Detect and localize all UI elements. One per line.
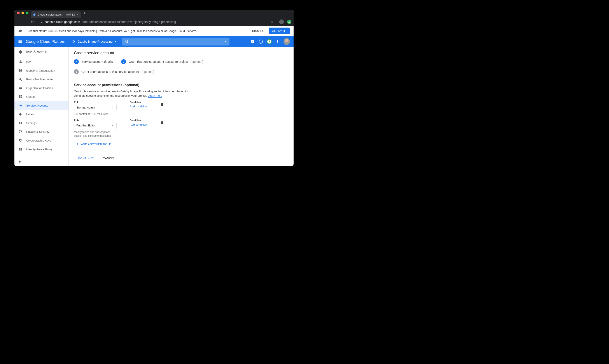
svg-point-3	[277, 41, 278, 42]
delete-role-button[interactable]	[160, 121, 164, 125]
address-bar: ← → ⟳ console.cloud.google.com/iam-admin…	[14, 18, 294, 26]
minimize-window-icon[interactable]	[21, 12, 24, 14]
dash-icon: —	[116, 60, 118, 64]
cloud-shell-icon[interactable]	[250, 39, 255, 44]
page-title: Create service account	[69, 47, 294, 58]
more-icon[interactable]	[276, 39, 280, 43]
person-add-icon	[18, 60, 22, 64]
sidebar-item-quotas[interactable]: Quotas	[14, 92, 68, 101]
trial-text: Free trial status: $300.00 credit and 27…	[27, 29, 197, 33]
step-2-optional: (optional)	[191, 60, 203, 64]
browser-tab[interactable]: Create service acco… – IAM & / ×	[31, 11, 81, 18]
permissions-description: Grant this service account access to Gat…	[74, 89, 188, 98]
delete-role-button[interactable]	[160, 103, 164, 106]
add-condition-link[interactable]: Add condition	[130, 105, 147, 108]
lock-shield-icon	[18, 139, 22, 143]
url-path: /iam-admin/serviceaccounts/create?projec…	[82, 20, 176, 24]
continue-button[interactable]: CONTINUE	[74, 155, 98, 162]
list-icon	[18, 86, 22, 90]
sidebar-item-service-accounts[interactable]: Service Accounts	[14, 101, 68, 110]
menu-icon[interactable]	[18, 39, 22, 44]
add-condition-link[interactable]: Add condition	[130, 123, 147, 126]
sidebar-item-label: Organization Policies	[26, 86, 53, 90]
key-icon	[18, 104, 22, 107]
sidebar-item-iap[interactable]: Identity-Aware Proxy	[14, 145, 68, 154]
sidebar-item-label: Labels	[26, 113, 35, 116]
svg-point-5	[19, 113, 20, 114]
sidebar-item-settings[interactable]: Settings	[14, 118, 68, 127]
cancel-button[interactable]: CANCEL	[103, 157, 115, 160]
profile-avatar-icon[interactable]	[279, 19, 284, 24]
role-row: Role Storage Admin Full control of GCS r…	[74, 101, 288, 116]
role-value: Storage Admin	[76, 106, 95, 109]
sidebar-item-crypto-keys[interactable]: Cryptographic Keys	[14, 136, 68, 145]
dropdown-icon	[112, 124, 114, 127]
sidebar-item-policy-troubleshooter[interactable]: Policy Troubleshooter	[14, 75, 68, 84]
condition-label: Condition	[130, 101, 147, 104]
help-icon[interactable]: ?	[259, 39, 263, 44]
account-avatar[interactable]	[284, 38, 290, 45]
project-picker[interactable]: Gatsby Image Processing	[70, 38, 118, 45]
sidebar-item-label: Service Accounts	[26, 104, 48, 107]
form-actions: CONTINUE CANCEL	[74, 155, 288, 162]
gift-icon	[18, 29, 22, 33]
tab-title: Create service acco… – IAM & /	[38, 13, 75, 16]
url-field[interactable]: console.cloud.google.com/iam-admin/servi…	[38, 19, 276, 25]
search-input[interactable]	[131, 40, 221, 43]
project-icon	[72, 39, 76, 43]
add-another-role-button[interactable]: ADD ANOTHER ROLE	[76, 143, 288, 146]
activate-button[interactable]: ACTIVATE	[269, 27, 290, 34]
trial-banner: Free trial status: $300.00 credit and 27…	[14, 26, 294, 36]
sidebar-item-label: Cryptographic Keys	[26, 139, 51, 142]
tag-icon	[18, 112, 22, 116]
product-name[interactable]: Google Cloud Platform	[26, 39, 66, 44]
tab-bar: Create service acco… – IAM & / × +	[14, 10, 294, 18]
close-tab-icon[interactable]: ×	[77, 13, 78, 16]
sidebar-collapse-button[interactable]	[14, 157, 68, 166]
lock-icon	[40, 21, 43, 23]
sidebar-item-privacy[interactable]: Privacy & Security	[14, 127, 68, 136]
search-dropdown-icon[interactable]	[224, 40, 227, 43]
sidebar-item-iam[interactable]: IAM	[14, 57, 68, 66]
dashboard-icon	[18, 95, 22, 99]
svg-text:?: ?	[260, 40, 261, 43]
new-tab-button[interactable]: +	[81, 11, 88, 17]
sidebar-item-labels[interactable]: Labels	[14, 110, 68, 118]
window-controls	[16, 12, 31, 16]
stepper: Service account details — 2 Grant this s…	[69, 58, 294, 78]
extension-icon[interactable]: ▲	[287, 20, 291, 24]
role-help: Full control of GCS resources.	[74, 112, 117, 116]
sidebar-item-identity[interactable]: Identity & Organization	[14, 66, 68, 75]
dropdown-icon	[114, 40, 117, 43]
forward-button[interactable]: →	[24, 20, 27, 24]
bookmark-star-icon[interactable]: ☆	[271, 20, 273, 24]
role-select[interactable]: Pub/Sub Editor	[74, 122, 117, 129]
sidebar-item-label: Policy Troubleshooter	[26, 78, 54, 81]
sidebar-item-org-policies[interactable]: Organization Policies	[14, 84, 68, 92]
body: IAM & Admin IAM Identity & Organization …	[14, 47, 294, 166]
browser-chrome: Create service acco… – IAM & / × + ← → ⟳…	[14, 10, 294, 26]
reload-button[interactable]: ⟳	[31, 20, 35, 24]
svg-rect-6	[19, 161, 20, 163]
role-select[interactable]: Storage Admin	[74, 104, 117, 111]
sidebar-item-label: Quotas	[26, 95, 35, 98]
grid-icon	[18, 147, 22, 151]
url-host: console.cloud.google.com	[45, 20, 80, 24]
notifications-icon[interactable]: 1	[267, 39, 272, 44]
svg-point-2	[277, 40, 278, 41]
sidebar-title: IAM & Admin	[14, 47, 68, 57]
gcp-header: Google Cloud Platform Gatsby Image Proce…	[14, 36, 294, 47]
search-icon	[125, 39, 129, 43]
dismiss-button[interactable]: DISMISS	[252, 29, 264, 33]
role-value: Pub/Sub Editor	[76, 124, 95, 127]
back-button[interactable]: ←	[17, 20, 21, 24]
project-name: Gatsby Image Processing	[78, 40, 112, 43]
role-label: Role	[74, 119, 117, 122]
search-bar[interactable]	[122, 38, 230, 46]
step-1-label[interactable]: Service account details	[81, 60, 113, 64]
learn-more-link[interactable]: Learn more	[148, 94, 162, 98]
step-2-label[interactable]: Grant this service account access to pro…	[129, 60, 188, 64]
maximize-window-icon[interactable]	[26, 12, 28, 14]
step-3-label[interactable]: Grant users access to this service accou…	[81, 70, 139, 74]
close-window-icon[interactable]	[17, 12, 20, 14]
